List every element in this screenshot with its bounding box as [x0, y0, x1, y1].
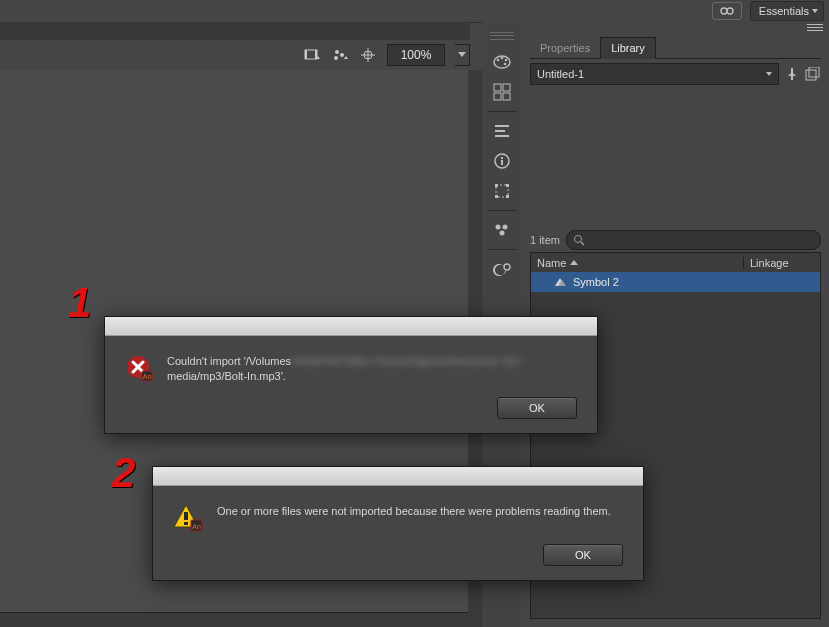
svg-line-38: [581, 242, 584, 245]
svg-point-0: [721, 8, 727, 14]
zoom-field[interactable]: 100%: [387, 44, 445, 66]
warning-icon: An: [173, 504, 203, 532]
library-item-count: 1 item: [530, 234, 560, 246]
symbol-menu-button[interactable]: [331, 46, 349, 64]
svg-rect-16: [494, 84, 501, 91]
warning-dialog-import: An One or more files were not imported b…: [152, 466, 644, 581]
error-dialog-import: An Couldn't import '/Volumes/GRAPHICS/Bi…: [104, 316, 598, 434]
graphic-symbol-icon: [553, 276, 567, 288]
ok-button[interactable]: OK: [543, 544, 623, 566]
svg-rect-4: [315, 50, 317, 59]
components-panel-icon[interactable]: [487, 216, 517, 244]
error-icon: An: [125, 354, 153, 382]
tab-properties[interactable]: Properties: [530, 38, 600, 58]
tab-library[interactable]: Library: [600, 37, 656, 59]
document-tab-bar: [0, 22, 470, 41]
annotation-2: 2: [112, 452, 135, 494]
svg-point-37: [574, 236, 581, 243]
search-icon: [573, 234, 585, 246]
panel-tabs: Properties Library: [530, 36, 821, 59]
swatches-panel-icon[interactable]: [487, 78, 517, 106]
sync-icon: [719, 5, 735, 17]
panel-grip[interactable]: [490, 32, 514, 40]
stage-hscrollbar[interactable]: [0, 612, 468, 627]
svg-point-14: [505, 59, 508, 62]
svg-rect-28: [506, 184, 509, 187]
svg-rect-24: [501, 160, 503, 165]
svg-point-33: [500, 231, 505, 236]
svg-point-13: [501, 57, 504, 60]
dialog-message: Couldn't import '/Volumes/GRAPHICS/Biz C…: [167, 354, 522, 385]
svg-point-12: [497, 59, 500, 62]
library-document-select[interactable]: Untitled-1: [530, 63, 779, 85]
svg-point-5: [335, 50, 339, 54]
dialog-titlebar[interactable]: [153, 467, 643, 486]
svg-rect-20: [495, 125, 509, 127]
pin-library-button[interactable]: [785, 67, 799, 81]
svg-rect-18: [494, 93, 501, 100]
svg-point-31: [496, 225, 501, 230]
svg-rect-25: [501, 157, 503, 159]
svg-point-32: [503, 225, 508, 230]
annotation-1: 1: [68, 282, 91, 324]
svg-point-6: [340, 53, 344, 57]
dialog-titlebar[interactable]: [105, 317, 597, 336]
svg-rect-21: [495, 130, 505, 132]
svg-rect-47: [184, 512, 188, 520]
info-panel-icon[interactable]: [487, 147, 517, 175]
center-stage-button[interactable]: [359, 46, 377, 64]
align-panel-icon[interactable]: [487, 117, 517, 145]
svg-rect-29: [495, 195, 498, 198]
library-item-row[interactable]: Symbol 2: [530, 272, 821, 293]
cc-panel-icon[interactable]: [487, 255, 517, 283]
sync-settings-button[interactable]: [712, 2, 742, 20]
svg-rect-48: [184, 522, 188, 525]
svg-point-34: [504, 264, 510, 270]
svg-rect-22: [495, 135, 509, 137]
svg-text:An: An: [192, 523, 201, 530]
new-library-panel-button[interactable]: [805, 67, 821, 81]
dialog-message: One or more files were not imported beca…: [217, 504, 611, 532]
library-columns-header[interactable]: Name Linkage: [530, 252, 821, 274]
svg-point-7: [334, 56, 338, 60]
svg-point-1: [727, 8, 733, 14]
app-menubar: Essentials: [0, 0, 829, 23]
sort-asc-icon: [570, 260, 578, 266]
library-preview: [530, 90, 821, 230]
transform-panel-icon[interactable]: [487, 177, 517, 205]
color-panel-icon[interactable]: [487, 48, 517, 76]
ok-button[interactable]: OK: [497, 397, 577, 419]
workspace-label: Essentials: [759, 5, 809, 17]
svg-rect-3: [305, 50, 307, 59]
svg-rect-30: [506, 195, 509, 198]
panel-flyout-menu[interactable]: [807, 24, 823, 34]
zoom-menu-button[interactable]: [455, 44, 470, 66]
svg-text:An: An: [143, 373, 152, 380]
svg-rect-17: [503, 84, 510, 91]
workspace-switcher[interactable]: Essentials: [750, 1, 824, 21]
svg-rect-36: [809, 67, 819, 77]
library-search-input[interactable]: [566, 230, 821, 250]
scene-menu-button[interactable]: [303, 46, 321, 64]
svg-rect-27: [495, 184, 498, 187]
stage-toolbar: 100%: [0, 40, 476, 71]
svg-rect-35: [806, 70, 816, 80]
svg-point-15: [504, 63, 507, 66]
svg-rect-19: [503, 93, 510, 100]
